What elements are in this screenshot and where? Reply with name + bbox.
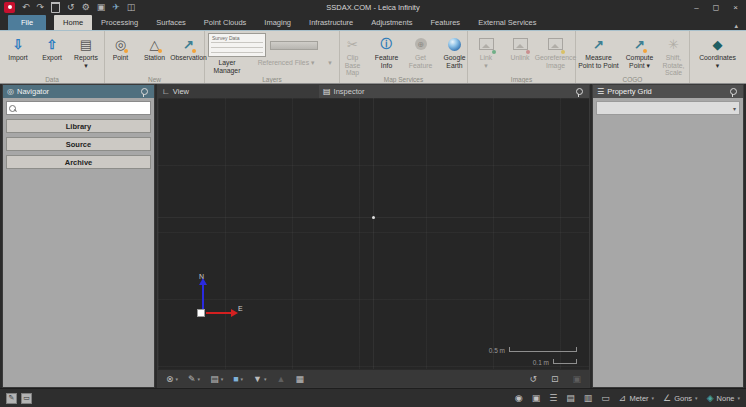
measure-point-to-point-label: Measure Point to Point bbox=[578, 54, 618, 69]
status-inspector-icon[interactable]: ▣ bbox=[532, 393, 541, 403]
sync-icon[interactable]: ↺ bbox=[67, 2, 75, 12]
navigator-archive-button[interactable]: Archive bbox=[6, 155, 151, 169]
layers-view-caret-icon[interactable]: ▾ bbox=[221, 376, 224, 382]
navigator-source-button[interactable]: Source bbox=[6, 137, 151, 151]
tab-processing[interactable]: Processing bbox=[92, 15, 147, 30]
observation-label: Observation bbox=[170, 54, 207, 62]
layer-manager-preview-icon: Survey Data bbox=[208, 33, 266, 57]
view-3d-caret-icon[interactable]: ▾ bbox=[241, 376, 244, 382]
view-panel: ∟ View ▤ Inspector N E 0.5 m 0.1 m ⊗ bbox=[157, 84, 590, 388]
inspector-pin-icon[interactable] bbox=[576, 88, 583, 95]
tab-surfaces[interactable]: Surfaces bbox=[147, 15, 195, 30]
view-tab[interactable]: ∟ View bbox=[158, 85, 319, 98]
status-reports-icon[interactable]: ▥ bbox=[584, 393, 593, 403]
restore-button[interactable]: ◻ bbox=[713, 3, 720, 12]
angle-unit-dropdown[interactable]: ∠ Gons ▾ bbox=[663, 393, 698, 403]
reports-button[interactable]: ▤ Reports ▾ bbox=[69, 33, 103, 69]
style-button[interactable]: ✎ ▾ bbox=[188, 374, 200, 384]
get-feature-icon: ⊕ bbox=[415, 38, 427, 50]
zoom-extents-icon[interactable]: ⊡ bbox=[551, 374, 559, 384]
status-navigator-icon[interactable]: ◉ bbox=[515, 393, 523, 403]
layer-manager-button[interactable]: Layer Manager bbox=[206, 59, 248, 74]
style-caret-icon[interactable]: ▾ bbox=[198, 376, 201, 382]
export-icon: ⇧ bbox=[47, 38, 58, 51]
publish-icon[interactable]: ✈ bbox=[112, 2, 120, 12]
export-button[interactable]: ⇧ Export bbox=[35, 33, 69, 62]
undo-icon[interactable]: ↶ bbox=[22, 2, 30, 12]
minimize-button[interactable]: – bbox=[694, 3, 698, 12]
status-property-grid-icon[interactable]: ☰ bbox=[549, 393, 557, 403]
redo-icon[interactable]: ↷ bbox=[37, 2, 45, 12]
status-snap-tool-icon[interactable]: ▭ bbox=[21, 393, 32, 404]
property-selector-dropdown[interactable]: ▾ bbox=[596, 101, 740, 115]
new-point-button[interactable]: ◎ Point bbox=[104, 33, 138, 62]
ribbon-group-data: ⇩ Import ⇧ Export ▤ Reports ▾ Data bbox=[0, 31, 105, 83]
import-icon: ⇩ bbox=[13, 38, 24, 51]
delete-icon[interactable] bbox=[51, 2, 60, 13]
angle-icon: ∠ bbox=[663, 393, 671, 403]
feature-info-button[interactable]: ⓘ Feature Info bbox=[370, 33, 404, 69]
grid-toggle-button[interactable]: ▦ bbox=[295, 374, 304, 384]
layers-view-button[interactable]: ▤ ▾ bbox=[210, 374, 223, 384]
navigator-pin-icon[interactable] bbox=[141, 88, 148, 95]
map-canvas[interactable]: N E 0.5 m 0.1 m bbox=[158, 98, 589, 369]
new-observation-button[interactable]: ↗ Observation bbox=[172, 33, 206, 62]
window-layout-icon[interactable]: ◫ bbox=[127, 2, 136, 12]
navigator-panel: ◎ Navigator Library Source Archive bbox=[2, 84, 155, 388]
point-label: Point bbox=[113, 54, 129, 62]
status-draw-tool-icon[interactable]: ✎ bbox=[6, 393, 17, 404]
status-folder-icon[interactable]: ▭ bbox=[601, 393, 610, 403]
scale-large-bar bbox=[509, 347, 577, 352]
georeference-image-icon bbox=[548, 38, 563, 50]
get-feature-label: Get Feature bbox=[409, 54, 432, 69]
collapse-ribbon-icon[interactable]: ▴ bbox=[734, 22, 746, 30]
tab-imaging[interactable]: Imaging bbox=[255, 15, 300, 30]
layers-extra-dropdown: ▾ bbox=[324, 59, 336, 67]
coordinate-system-icon: ◈ bbox=[707, 393, 714, 403]
view-3d-button[interactable]: ■ ▾ bbox=[233, 374, 243, 384]
import-button[interactable]: ⇩ Import bbox=[1, 33, 35, 62]
close-button[interactable]: × bbox=[733, 3, 738, 12]
status-layers-icon[interactable]: ▤ bbox=[566, 393, 575, 403]
property-grid-header[interactable]: ☰ Property Grid bbox=[593, 85, 743, 98]
coordinates-button[interactable]: ◆ Coordinates ▾ bbox=[697, 33, 738, 69]
station-label: Station bbox=[144, 54, 165, 62]
tab-point-clouds[interactable]: Point Clouds bbox=[195, 15, 256, 30]
crosshair-vertical bbox=[373, 98, 374, 369]
filter-button[interactable]: ▼ ▾ bbox=[253, 374, 266, 384]
app-logo-icon[interactable] bbox=[4, 2, 15, 13]
inspector-tab[interactable]: ▤ Inspector bbox=[319, 85, 589, 98]
google-earth-label: Google Earth bbox=[444, 54, 466, 69]
tab-external-services[interactable]: External Services bbox=[469, 15, 545, 30]
tab-features[interactable]: Features bbox=[422, 15, 470, 30]
length-unit-label: Meter bbox=[629, 394, 648, 403]
layers-extra-caret: ▾ bbox=[328, 59, 331, 67]
tab-home[interactable]: Home bbox=[54, 15, 92, 30]
filter-caret-icon[interactable]: ▾ bbox=[264, 376, 267, 382]
archive-icon[interactable]: ▣ bbox=[97, 2, 106, 12]
navigator-header[interactable]: ◎ Navigator bbox=[3, 85, 154, 98]
group-label-map-services: Map Services bbox=[340, 76, 467, 83]
render-mode-caret-icon[interactable]: ▾ bbox=[176, 376, 179, 382]
filter-icon: ▼ bbox=[253, 374, 262, 384]
feature-info-label: Feature Info bbox=[375, 54, 398, 69]
rotate-view-icon[interactable]: ↺ bbox=[529, 374, 537, 384]
coordinate-system-dropdown[interactable]: ◈ None ▾ bbox=[707, 393, 740, 403]
render-mode-button[interactable]: ⊗ ▾ bbox=[166, 374, 178, 384]
google-earth-button[interactable]: Google Earth bbox=[438, 33, 472, 69]
tab-file[interactable]: File bbox=[8, 15, 46, 30]
measure-point-to-point-button[interactable]: ↗ Measure Point to Point bbox=[575, 33, 623, 69]
scale-large-label: 0.5 m bbox=[489, 347, 505, 354]
property-selector-caret-icon: ▾ bbox=[733, 105, 736, 112]
search-input[interactable] bbox=[16, 105, 148, 112]
property-grid-pin-icon[interactable] bbox=[730, 88, 737, 95]
coordinate-system-caret-icon: ▾ bbox=[737, 395, 740, 401]
tab-infrastructure[interactable]: Infrastructure bbox=[300, 15, 362, 30]
tab-adjustments[interactable]: Adjustments bbox=[362, 15, 421, 30]
length-unit-dropdown[interactable]: ⊿ Meter ▾ bbox=[619, 393, 654, 403]
compute-point-button[interactable]: ↗ Compute Point ▾ bbox=[623, 33, 657, 69]
view-toolbar: ⊗ ▾ ✎ ▾ ▤ ▾ ■ ▾ ▼ ▾ ▲ ▦ ↺ ⊡ ▣ bbox=[158, 369, 589, 387]
new-station-button[interactable]: △ Station bbox=[138, 33, 172, 62]
instrument-icon[interactable]: ⚙ bbox=[82, 2, 90, 12]
navigator-library-button[interactable]: Library bbox=[6, 119, 151, 133]
